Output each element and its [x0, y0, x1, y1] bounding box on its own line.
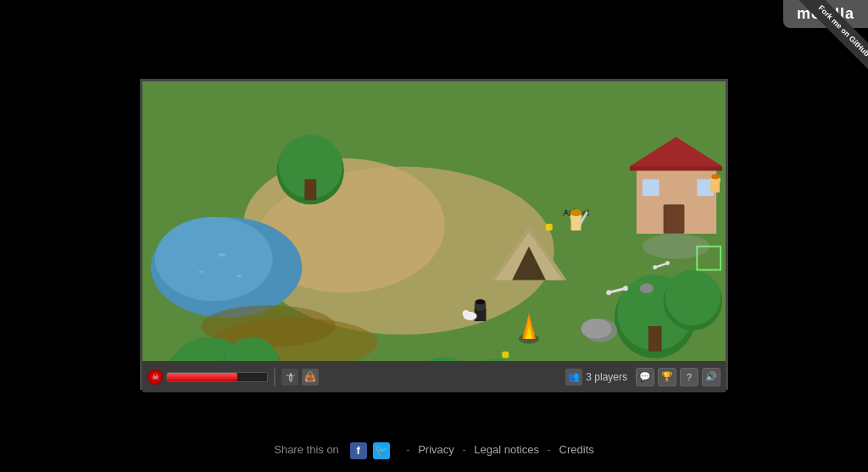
svg-point-61: [653, 265, 657, 269]
chat-button[interactable]: 💬: [636, 368, 654, 386]
github-ribbon-label: Fork me on GitHub: [791, 0, 868, 69]
weapon-icon[interactable]: 🗡: [281, 369, 298, 386]
facebook-button[interactable]: f: [350, 442, 367, 459]
svg-rect-30: [664, 204, 685, 234]
skull-icon: ☠: [147, 369, 163, 385]
separator-2: -: [462, 443, 465, 456]
trophy-button[interactable]: 🏆: [658, 368, 676, 386]
svg-point-48: [476, 299, 486, 304]
svg-point-55: [581, 319, 611, 339]
separator-3: -: [548, 443, 551, 456]
separator-1: -: [406, 443, 409, 456]
svg-rect-19: [648, 326, 662, 352]
svg-point-50: [463, 310, 470, 317]
hud-right-section: 👥 3 players 💬 🏆 ? 🔊: [565, 368, 721, 386]
svg-point-64: [198, 270, 203, 273]
hud-left-section: ☠ 🗡 👜: [147, 369, 319, 386]
hud-separator-1: [274, 369, 275, 386]
svg-point-65: [236, 275, 242, 277]
credits-link[interactable]: Credits: [559, 443, 594, 456]
health-fill: [167, 373, 237, 381]
players-group-icon: 👥: [565, 369, 582, 386]
legal-link[interactable]: Legal notices: [474, 443, 539, 456]
svg-point-21: [665, 269, 721, 325]
players-count: 3 players: [586, 371, 627, 383]
svg-point-56: [640, 283, 654, 293]
svg-point-63: [219, 253, 225, 257]
inventory-icon[interactable]: 👜: [302, 369, 319, 386]
twitter-button[interactable]: 🐦: [373, 442, 390, 459]
privacy-link[interactable]: Privacy: [418, 443, 454, 456]
svg-rect-13: [304, 179, 316, 200]
game-hud: ☠ 🗡 👜 👥 3 players 💬 🏆 ? 🔊: [142, 361, 726, 392]
github-ribbon[interactable]: Fork me on GitHub: [783, 0, 868, 85]
svg-point-53: [711, 174, 720, 179]
svg-rect-68: [502, 352, 509, 358]
svg-rect-67: [546, 224, 553, 230]
sound-button[interactable]: 🔊: [702, 368, 721, 386]
game-canvas[interactable]: Animal: [142, 81, 726, 361]
help-button[interactable]: ?: [680, 368, 698, 386]
svg-point-62: [665, 261, 670, 265]
svg-point-44: [570, 209, 582, 216]
footer: Share this on f 🐦 - Privacy - Legal noti…: [0, 442, 868, 459]
svg-point-58: [606, 290, 611, 295]
share-text: Share this on: [274, 443, 339, 456]
svg-rect-31: [643, 179, 659, 196]
svg-point-59: [623, 286, 628, 291]
health-bar: [166, 372, 268, 382]
svg-point-4: [155, 217, 273, 301]
game-container[interactable]: Animal: [140, 79, 728, 390]
